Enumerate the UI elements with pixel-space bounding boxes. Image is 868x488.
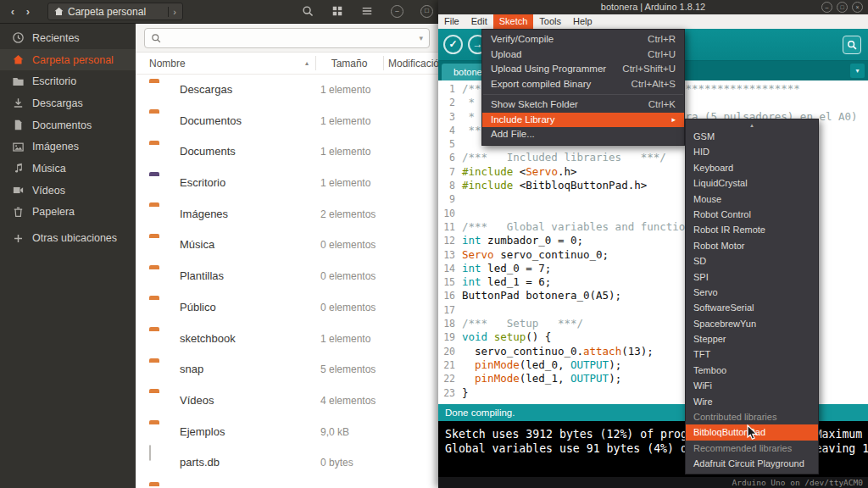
menu-edit[interactable]: Edit (465, 14, 493, 29)
back-button[interactable]: ‹ (5, 5, 20, 18)
code-token: ButtonPad botonera_0(A5); (462, 289, 621, 302)
sidebar-item-carpeta-personal[interactable]: Carpeta personal (0, 49, 136, 71)
plus-icon (12, 232, 25, 245)
file-size: 1 elemento (320, 177, 370, 189)
submenu-item-spi[interactable]: SPI (686, 269, 818, 285)
submenu-item-wire[interactable]: Wire (686, 394, 818, 409)
menu-sketch[interactable]: Sketch (493, 14, 534, 29)
submenu-item-liquidcrystal[interactable]: LiquidCrystal (686, 175, 818, 191)
code-token: zumbador_0 = 0; (481, 234, 583, 247)
menu-item-upload-using-programmer[interactable]: Upload Using ProgrammerCtrl+Shift+U (482, 62, 684, 77)
submenu-item-robot-motor[interactable]: Robot Motor (686, 238, 818, 253)
minimize-button[interactable]: – (821, 2, 832, 13)
menu-tools[interactable]: Tools (533, 14, 567, 29)
code-token: (13); (621, 345, 654, 358)
code-token: #include (462, 165, 513, 179)
submenu-item-temboo[interactable]: Temboo (686, 363, 818, 378)
submenu-item-hid[interactable]: HID (686, 144, 818, 159)
arduino-menubar: FileEditSketchToolsHelp (438, 14, 868, 29)
submenu-item-gsm[interactable]: GSM (686, 129, 818, 144)
file-row-escritorio[interactable]: Escritorio1 elemento (136, 168, 438, 199)
column-header-name[interactable]: Nombre (149, 58, 186, 69)
submenu-item-softwareserial[interactable]: SoftwareSerial (686, 300, 818, 315)
sidebar-item-otras-ubicaciones[interactable]: Otras ubicaciones (0, 227, 136, 249)
search-icon[interactable] (302, 5, 314, 18)
submenu-item-tft[interactable]: TFT (686, 347, 818, 362)
sidebar-item-escritorio[interactable]: Escritorio (0, 70, 136, 92)
menu-item-upload[interactable]: UploadCtrl+U (482, 47, 684, 63)
submenu-item-keyboard[interactable]: Keyboard (686, 160, 818, 175)
submenu-item-stepper[interactable]: Stepper (686, 331, 818, 347)
submenu-item-servo[interactable]: Servo (686, 285, 818, 300)
menu-item-include-library[interactable]: Include Library▸ (482, 113, 684, 128)
board-status-bar: Arduino Uno on /dev/ttyACM0 (438, 477, 868, 488)
code-token: /*** Setup ***/ (462, 317, 583, 330)
file-row-partial[interactable] (136, 479, 438, 488)
submenu-item-robot-ir-remote[interactable]: Robot IR Remote (686, 222, 818, 237)
sidebar-item-papelera[interactable]: Papelera (0, 202, 136, 224)
code-token: led_1 = 6; (481, 275, 552, 289)
shortcut-label: Ctrl+Shift+U (622, 62, 676, 77)
submenu-item-adafruit-circuit-playground[interactable]: Adafruit Circuit Playground (686, 456, 818, 471)
window-title: botonera | Arduino 1.8.12 (601, 2, 705, 12)
submenu-item-mouse[interactable]: Mouse (686, 191, 818, 207)
sidebar-item-recientes[interactable]: Recientes (0, 27, 136, 49)
close-button[interactable]: × (852, 2, 863, 13)
submenu-item-robot-control[interactable]: Robot Control (686, 207, 818, 222)
tab-list-dropdown-icon[interactable]: ▾ (850, 64, 865, 78)
serial-monitor-button[interactable] (843, 36, 861, 54)
chevron-right-icon[interactable]: › (168, 7, 181, 17)
shortcut-label: Ctrl+Alt+S (632, 77, 676, 92)
file-row-plantillas[interactable]: Plantillas0 elementos (136, 261, 438, 292)
menu-file[interactable]: File (438, 14, 465, 29)
line-number: 15 (438, 275, 462, 289)
sidebar-item-imagenes[interactable]: Imágenes (0, 136, 136, 158)
menu-item-show-sketch-folder[interactable]: Show Sketch FolderCtrl+K (482, 97, 684, 113)
column-header-modified[interactable]: Modificación (388, 58, 438, 69)
grid-view-icon[interactable] (331, 5, 344, 18)
arduino-titlebar[interactable]: botonera | Arduino 1.8.12 – □ × (438, 0, 868, 14)
search-bar[interactable]: ▾ (144, 28, 430, 48)
menu-item-add-file[interactable]: Add File... (482, 127, 684, 142)
sidebar-item-musica[interactable]: Música (0, 158, 136, 180)
line-number: 3 (438, 110, 462, 124)
hamburger-menu-icon[interactable] (361, 5, 374, 18)
file-name: Ejemplos (180, 425, 225, 438)
file-size: 1 elemento (320, 115, 370, 127)
search-input[interactable] (167, 32, 419, 44)
breadcrumb[interactable]: Carpeta personal › (47, 3, 183, 20)
sidebar-item-videos[interactable]: Vídeos (0, 180, 136, 202)
file-row-documents[interactable]: Documents1 elemento (136, 136, 438, 168)
arduino-window: botonera | Arduino 1.8.12 – □ × FileEdit… (438, 0, 868, 488)
file-row-musica[interactable]: Música0 elementos (136, 230, 438, 261)
sidebar-item-descargas[interactable]: Descargas (0, 92, 136, 114)
file-row-publico[interactable]: Público0 elementos (136, 292, 438, 324)
file-size: 0 elementos (320, 270, 376, 282)
file-row-documentos[interactable]: Documentos1 elemento (136, 106, 438, 137)
file-row-videos[interactable]: Vídeos4 elementos (136, 385, 438, 417)
menu-item-verify-compile[interactable]: Verify/CompileCtrl+R (482, 32, 684, 47)
scroll-up-icon[interactable]: ▴ (686, 121, 818, 129)
maximize-button[interactable]: □ (420, 5, 433, 18)
column-header-size[interactable]: Tamaño (315, 58, 383, 69)
code-token: led_0 = 7; (481, 262, 552, 275)
submenu-item-wifi[interactable]: WiFi (686, 378, 818, 393)
file-row-ejemplos[interactable]: Ejemplos9,0 kB (136, 417, 438, 448)
submenu-item-bitbloqbuttonpad[interactable]: BitbloqButtonPad (686, 424, 818, 440)
file-row-imagenes[interactable]: Imágenes2 elementos (136, 199, 438, 230)
forward-button[interactable]: › (20, 5, 36, 18)
submenu-item-sd[interactable]: SD (686, 253, 818, 269)
search-options-icon[interactable]: ▾ (419, 34, 423, 42)
file-row-snap[interactable]: snap5 elementos (136, 354, 438, 385)
minimize-button[interactable]: – (391, 5, 403, 18)
submenu-item-spacebrewyun[interactable]: SpacebrewYun (686, 316, 818, 331)
home-icon (12, 53, 25, 66)
verify-button[interactable]: ✓ (443, 35, 463, 54)
maximize-button[interactable]: □ (837, 2, 848, 13)
file-row-parts-db[interactable]: parts.db0 bytes (136, 447, 438, 479)
file-row-descargas[interactable]: Descargas1 elemento (136, 75, 438, 106)
menu-item-export-compiled-binary[interactable]: Export compiled BinaryCtrl+Alt+S (482, 77, 684, 92)
sidebar-item-documentos[interactable]: Documentos (0, 114, 136, 136)
file-row-sketchbook[interactable]: sketchbook1 elemento (136, 324, 438, 355)
menu-help[interactable]: Help (567, 14, 598, 29)
